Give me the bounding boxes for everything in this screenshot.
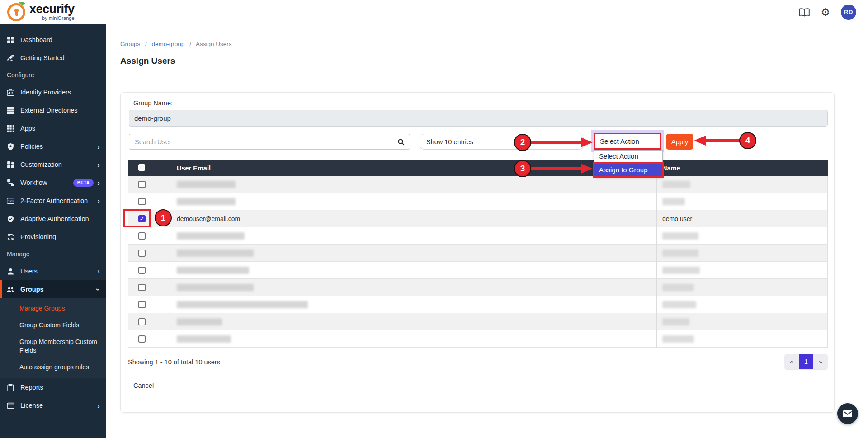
annotation-step-3: 3 xyxy=(514,160,531,177)
redacted-name xyxy=(662,284,694,291)
row-checkbox-cell xyxy=(128,227,173,245)
redacted-name xyxy=(662,198,685,205)
sidebar-item-adaptive-authentication[interactable]: Adaptive Authentication xyxy=(0,210,106,228)
group-name-field[interactable] xyxy=(129,110,828,127)
sidebar-item-license[interactable]: License› xyxy=(0,396,106,414)
option-assign-to-group[interactable]: Assign to Group xyxy=(594,164,662,176)
sidebar-item-getting-started[interactable]: Getting Started xyxy=(0,49,106,67)
sidebar-subitem-group-membership-custom-fields[interactable]: Group Membership Custom Fields xyxy=(0,334,106,359)
user-email-cell xyxy=(173,227,657,245)
user-email-cell xyxy=(173,313,657,330)
brand-logo[interactable]: xecurify by miniOrange xyxy=(0,3,75,21)
row-checkbox[interactable] xyxy=(138,284,146,291)
sidebar-item-dashboard[interactable]: Dashboard xyxy=(0,31,106,49)
user-name-cell xyxy=(657,176,827,193)
search-user-input[interactable] xyxy=(129,134,392,150)
user-name-cell xyxy=(657,193,827,210)
group-name-label: Group Name: xyxy=(133,99,173,107)
column-header-name: Name xyxy=(657,165,828,172)
table-row xyxy=(128,313,828,330)
breadcrumb-link-demo-group[interactable]: demo-group xyxy=(152,41,185,47)
sidebar-item-workflow[interactable]: WorkflowBETA› xyxy=(0,174,106,192)
chevron-right-icon: › xyxy=(97,402,100,410)
row-checkbox-cell xyxy=(128,245,173,262)
sidebar-item-customization[interactable]: Customization› xyxy=(0,155,106,174)
pagination-prev[interactable]: « xyxy=(784,354,799,369)
redacted-email xyxy=(177,267,249,274)
envelope-icon xyxy=(843,410,852,417)
sidebar-subitem-group-custom-fields[interactable]: Group Custom Fields xyxy=(0,317,106,334)
sidebar-item-groups[interactable]: Groups› xyxy=(0,280,106,298)
breadcrumb-link-groups[interactable]: Groups xyxy=(120,41,140,47)
contact-support-button[interactable] xyxy=(837,403,858,424)
row-checkbox[interactable] xyxy=(138,232,146,240)
user-name-cell: demo user xyxy=(657,210,827,227)
chevron-right-icon: › xyxy=(97,143,100,151)
show-entries-label: Show 10 entries xyxy=(426,138,473,146)
row-checkbox-cell xyxy=(128,176,173,193)
user-name-cell xyxy=(657,227,827,245)
sidebar-item-apps[interactable]: Apps xyxy=(0,119,106,137)
row-checkbox[interactable] xyxy=(138,198,146,205)
sidebar-subitem-manage-groups[interactable]: Manage Groups xyxy=(0,300,106,317)
sidebar-item-external-directories[interactable]: External Directories xyxy=(0,101,106,119)
table-row xyxy=(128,279,828,296)
annotation-box-option: Assign to Group xyxy=(593,162,664,178)
sidebar-item-policies[interactable]: Policies› xyxy=(0,137,106,155)
user-name-cell xyxy=(657,245,827,262)
apply-button[interactable]: Apply xyxy=(666,134,693,150)
sidebar-item-provisioning[interactable]: Provisioning xyxy=(0,228,106,246)
settings-gear-icon[interactable]: ⚙ xyxy=(821,7,830,17)
arrow-right-icon xyxy=(531,162,594,175)
dashboard-icon xyxy=(7,36,14,44)
user-name-cell xyxy=(657,330,827,348)
row-checkbox[interactable] xyxy=(138,318,146,325)
arrow-left-icon xyxy=(694,134,740,147)
sidebar-item-2-factor-authentication[interactable]: 1232-Factor Authentication› xyxy=(0,192,106,210)
option-select-action[interactable]: Select Action xyxy=(594,151,662,162)
chevron-right-icon: › xyxy=(97,179,100,187)
arrow-right-icon xyxy=(531,136,594,149)
sidebar-item-users[interactable]: Users› xyxy=(0,262,106,280)
row-checkbox-cell xyxy=(128,193,173,210)
chevron-right-icon: › xyxy=(97,197,100,205)
cancel-button[interactable]: Cancel xyxy=(133,382,154,389)
user-name-cell xyxy=(657,296,827,313)
user-email-cell xyxy=(173,245,657,262)
sidebar-subitem-auto-assign-groups-rules[interactable]: Auto assign groups rules xyxy=(0,359,106,376)
sidebar-item-identity-providers[interactable]: Identity Providers xyxy=(0,83,106,101)
brand-name: xecurify xyxy=(29,3,75,15)
search-button[interactable] xyxy=(392,134,410,150)
table-row xyxy=(128,296,828,313)
workflow-icon xyxy=(7,179,14,187)
redacted-email xyxy=(177,232,245,240)
table-row xyxy=(128,330,828,348)
top-header: xecurify by miniOrange ⚙ RD xyxy=(0,0,868,24)
user-email-cell xyxy=(173,176,657,193)
breadcrumb-current: Assign Users xyxy=(196,41,232,47)
row-checkbox[interactable] xyxy=(138,250,146,257)
redacted-name xyxy=(662,335,694,343)
shield-icon xyxy=(7,143,14,151)
row-checkbox-cell xyxy=(128,330,173,348)
row-checkbox[interactable] xyxy=(138,301,146,308)
sidebar-submenu-groups: Manage GroupsGroup Custom FieldsGroup Me… xyxy=(0,298,106,378)
docs-book-icon[interactable] xyxy=(799,7,810,17)
table-body: ✓demouser@email.comdemo user xyxy=(128,176,828,348)
row-checkbox[interactable] xyxy=(138,335,146,343)
users-table: User Email Name ✓demouser@email.comdemo … xyxy=(128,160,828,348)
search-icon xyxy=(397,138,405,146)
puzzle-icon xyxy=(7,161,14,169)
row-checkbox[interactable] xyxy=(138,181,146,188)
select-action-dropdown[interactable]: Select Action xyxy=(594,133,661,150)
user-avatar[interactable]: RD xyxy=(841,5,856,20)
table-header-row: User Email Name xyxy=(128,160,828,176)
pagination-next[interactable]: » xyxy=(813,354,828,369)
redacted-email xyxy=(177,284,254,291)
table-row xyxy=(128,262,828,279)
select-all-checkbox[interactable] xyxy=(138,164,145,171)
pagination-page-1[interactable]: 1 xyxy=(799,354,813,369)
redacted-email xyxy=(177,198,236,205)
row-checkbox[interactable] xyxy=(138,267,146,274)
sidebar-item-reports[interactable]: Reports xyxy=(0,378,106,396)
